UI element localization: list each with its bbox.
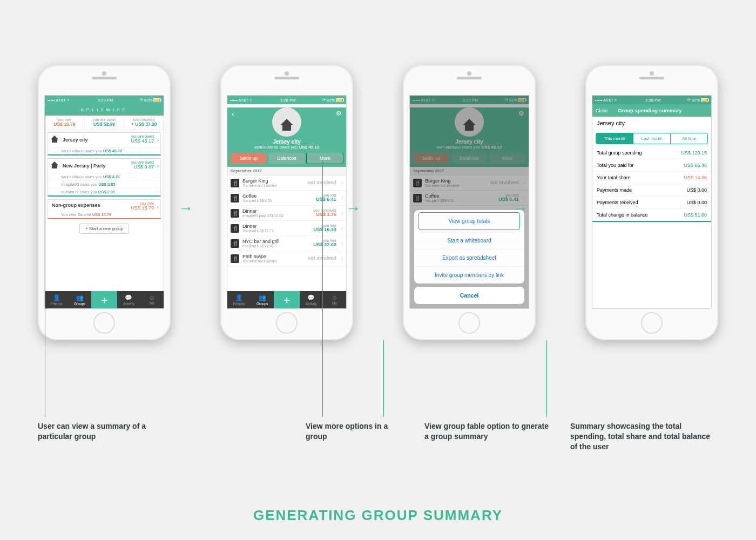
battery-icon [153, 98, 161, 102]
summary-row: Total change in balanceUS$ 51.60 [592, 209, 711, 222]
expense-row[interactable]: 🍴 Path swipeYou were not involved not in… [227, 251, 346, 266]
group-subtitle: sani.kiddooo owes you US$ 43.12 [227, 145, 346, 153]
status-bar: ••••• AT&T ᯤ3:20 PM ⟳ 82% [592, 96, 711, 104]
add-expense-button[interactable]: ＋ [91, 291, 117, 308]
page-title: Group spending summary [592, 107, 708, 113]
segment-this-month[interactable]: This month [596, 133, 633, 144]
group-card-new-jersey-party[interactable]: New Jersey | Party you are owedUS$ 9.87 … [48, 158, 161, 197]
non-group-expenses-card[interactable]: Non-group expenses you oweUS$ 15.79 › Yo… [48, 199, 161, 219]
home-button[interactable] [276, 312, 298, 334]
phone-spending-summary: ••••• AT&T ᯤ3:20 PM ⟳ 82% Close Group sp… [585, 65, 718, 340]
callout-line [322, 161, 323, 417]
chevron-right-icon: › [341, 195, 343, 201]
tab-groups[interactable]: 👥Groups [251, 291, 274, 308]
status-bar: ••••• AT&T ᯤ 3:20 PM ⟳ 82% [227, 96, 346, 104]
settle-up-button[interactable]: Settle up [231, 153, 267, 164]
chevron-right-icon: › [341, 255, 343, 261]
summary-titlebar: Close Group spending summary [592, 104, 711, 117]
summary-row: Total you paid forUS$ 66.46 [592, 159, 711, 172]
balance-summary-row: you oweUS$ 15.79 you are owedUS$ 52.99 t… [45, 116, 164, 130]
sheet-option-view-group-totals[interactable]: View group totals [418, 212, 520, 230]
expense-list: 🍴 Burger KingYou were not involved not i… [227, 176, 346, 266]
summary-row: Total group spendingUS$ 129.15 [592, 147, 711, 159]
start-new-group-button[interactable]: + Start a new group [79, 224, 129, 234]
tab-friends[interactable]: 👤Friends [227, 291, 251, 308]
caption: User can view a summary of a particular … [38, 421, 171, 452]
balances-button[interactable]: Balances [269, 153, 305, 164]
tab-activity[interactable]: 💬Activity [117, 291, 140, 308]
home-button[interactable] [93, 312, 115, 334]
home-button[interactable] [458, 312, 480, 334]
chevron-right-icon: › [341, 240, 343, 246]
home-button[interactable] [641, 312, 663, 334]
expense-row[interactable]: 🍴 NYC bar and grillYou paid US$ 22.00 yo… [227, 236, 346, 251]
balance-line: radhika b. owes you US$ 2.81 [48, 188, 160, 195]
status-bar: ••••• AT&T ᯤ 3:20 PM ⟳ 82% [45, 96, 164, 104]
total-balance-cell[interactable]: total balance+ US$ 37.20 [124, 116, 164, 129]
tab-activity[interactable]: 💬Activity [300, 291, 323, 308]
home-icon [280, 119, 293, 125]
expense-row[interactable]: 🍴 Burger KingYou were not involved not i… [227, 176, 346, 191]
app-title: SPLITWISE [45, 104, 164, 116]
balance-line: sani.kiddooo owes you US$ 4.21 [48, 173, 160, 180]
chevron-right-icon: › [341, 180, 343, 186]
caption: Summary showcasing the total spending, t… [570, 421, 711, 452]
tab-me[interactable]: ☺Me [323, 291, 346, 308]
speech-icon: 💬 [125, 294, 132, 301]
summary-row: Your total shareUS$ 14.86 [592, 172, 711, 184]
callout-line [546, 340, 547, 417]
chevron-right-icon: › [341, 225, 343, 231]
balance-line: You owe Sanchit US$ 15.79 [48, 211, 160, 218]
home-icon [51, 136, 59, 144]
sheet-option-invite-link[interactable]: Invite group members by link [414, 267, 524, 284]
expense-row[interactable]: 🍴 DinnerYou paid US$ 21.77 you lentUS$ 1… [227, 221, 346, 236]
expense-row[interactable]: 🍴 Dinnermragita93 paid US$ 15.00 you bor… [227, 206, 346, 221]
month-section-label: September 2017 [227, 167, 346, 176]
group-avatar [272, 107, 301, 137]
fork-knife-icon: 🍴 [231, 254, 239, 263]
group-name: New Jersey | Party [63, 163, 106, 168]
group-header: ‹ ⚙ Jersey city sani.kiddooo owes you US… [227, 107, 346, 153]
segment-last-month[interactable]: Last month [633, 133, 671, 144]
group-name: Jersey city [63, 137, 88, 143]
person-icon: 👤 [53, 294, 60, 301]
expense-row[interactable]: 🍴 CoffeeYou paid US$ 8.55 you lentUS$ 6.… [227, 191, 346, 206]
tab-friends[interactable]: 👤Friends [45, 291, 68, 308]
group-card-jersey-city[interactable]: Jersey city you are owedUS$ 43.12 › sani… [48, 132, 161, 156]
battery-indicator: ⟳ 82% [140, 98, 161, 102]
summary-row: Payments madeUS$ 0.00 [592, 184, 711, 197]
callout-line [45, 106, 45, 417]
sheet-option-export-spreadsheet[interactable]: Export as spreadsheet [414, 249, 524, 267]
chevron-right-icon: › [157, 137, 159, 143]
carrier-label: ••••• AT&T ᯤ [48, 98, 71, 102]
you-owe-cell[interactable]: you oweUS$ 15.79 [45, 116, 85, 129]
summary-row: Payments receivedUS$ 0.00 [592, 197, 711, 209]
you-are-owed-cell[interactable]: you are owedUS$ 52.99 [85, 116, 125, 129]
gear-icon[interactable]: ⚙ [336, 110, 342, 117]
section-title: GENERATING GROUP SUMMARY [0, 507, 756, 524]
group-title: Jersey city [227, 139, 346, 145]
caption: View more options in a group [306, 421, 403, 452]
tab-bar: 👤Friends 👥Groups ＋ 💬Activity ☺Me [45, 291, 164, 308]
segment-all-time[interactable]: All time [671, 133, 707, 144]
caption: View group table option to gnerate a gro… [424, 421, 549, 452]
chevron-right-icon: › [157, 163, 159, 169]
tab-groups[interactable]: 👥Groups [68, 291, 91, 308]
tab-me[interactable]: ☺Me [140, 291, 164, 308]
sheet-cancel-button[interactable]: Cancel [414, 287, 524, 304]
home-icon [51, 161, 59, 170]
back-button[interactable]: ‹ [232, 110, 234, 118]
chevron-right-icon: › [341, 210, 343, 216]
time-label: 3:20 PM [98, 98, 113, 102]
summary-rows: Total group spendingUS$ 129.15Total you … [592, 147, 711, 222]
action-row: Settle up Balances More [227, 153, 346, 167]
balance-line: sani.kiddooo owes you US$ 43.12 [48, 147, 160, 154]
sheet-option-start-whiteboard[interactable]: Start a whiteboard [414, 232, 524, 249]
smile-icon: ☺ [149, 294, 155, 301]
time-range-segmented: This month Last month All time [596, 133, 708, 144]
more-button[interactable]: More [307, 153, 343, 164]
add-expense-button[interactable]: ＋ [274, 291, 299, 308]
group-name: Non-group expenses [52, 202, 100, 208]
people-icon: 👥 [76, 294, 84, 301]
captions-row: User can view a summary of a particular … [0, 421, 756, 452]
